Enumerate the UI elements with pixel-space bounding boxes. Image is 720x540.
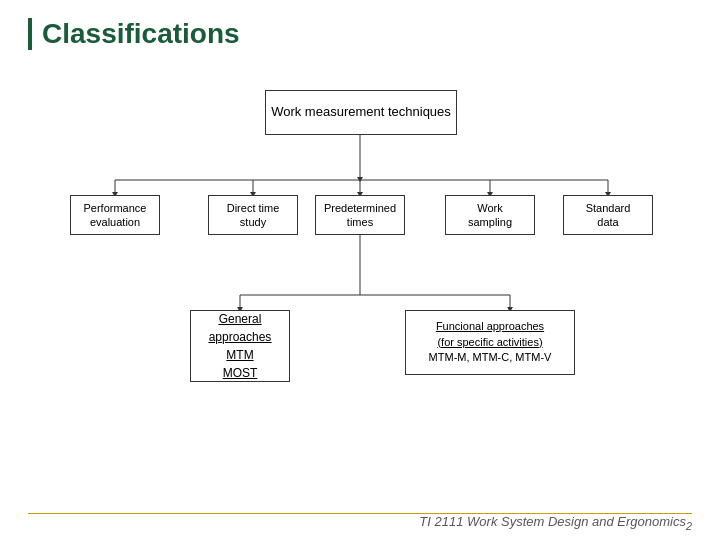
page-title: Classifications [28,18,240,50]
root-box: Work measurement techniques [265,90,457,135]
box-general-approaches: Generalapproaches MTMMOST [190,310,290,382]
box-funcional-approaches: Funcional approaches(for specific activi… [405,310,575,375]
box-direct-time-study: Direct timestudy [208,195,298,235]
box-standard-data: Standarddata [563,195,653,235]
box-performance-evaluation: Performanceevaluation [70,195,160,235]
footer-text: TI 2111 Work System Design and Ergonomic… [419,514,692,532]
box-predetermined-times: Predeterminedtimes [315,195,405,235]
box-work-sampling: Worksampling [445,195,535,235]
connector-lines [0,80,720,500]
svg-marker-16 [357,177,363,182]
diagram-container: Work measurement techniques Performancee… [0,80,720,500]
